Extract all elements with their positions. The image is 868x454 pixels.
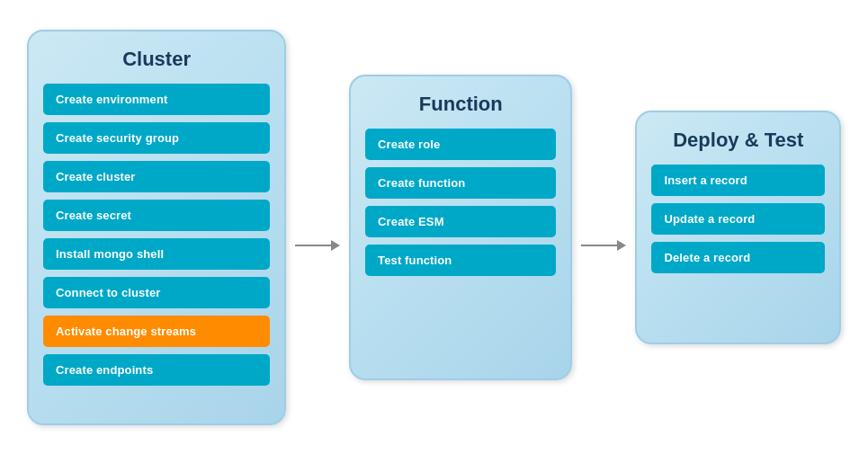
arrow-line-2 (581, 245, 617, 246)
function-panel: Function Create role Create function Cre… (349, 75, 572, 380)
btn-insert-record[interactable]: Insert a record (651, 165, 825, 196)
function-title: Function (419, 93, 503, 116)
btn-create-environment[interactable]: Create environment (43, 84, 270, 115)
btn-create-security-group[interactable]: Create security group (43, 122, 270, 154)
btn-create-function[interactable]: Create function (365, 167, 556, 199)
btn-test-function[interactable]: Test function (365, 245, 556, 276)
arrow-2 (581, 240, 626, 251)
cluster-title: Cluster (122, 48, 191, 71)
btn-create-role[interactable]: Create role (365, 129, 556, 160)
cluster-panel: Cluster Create environment Create securi… (27, 30, 286, 425)
btn-activate-change-streams[interactable]: Activate change streams (43, 316, 270, 347)
btn-connect-to-cluster[interactable]: Connect to cluster (43, 277, 270, 308)
deploy-btn-list: Insert a record Update a record Delete a… (651, 165, 825, 273)
diagram: Cluster Create environment Create securi… (0, 0, 868, 454)
btn-update-record[interactable]: Update a record (651, 203, 825, 235)
arrow-head-1 (331, 240, 340, 251)
arrow-1 (295, 240, 340, 251)
btn-create-cluster[interactable]: Create cluster (43, 161, 270, 192)
arrow-line-1 (295, 245, 331, 246)
btn-create-secret[interactable]: Create secret (43, 200, 270, 231)
deploy-title: Deploy & Test (673, 129, 803, 152)
arrow-function-to-deploy (572, 240, 635, 251)
cluster-btn-list: Create environment Create security group… (43, 84, 270, 386)
arrow-cluster-to-function (286, 240, 349, 251)
btn-delete-record[interactable]: Delete a record (651, 242, 825, 273)
btn-install-mongo-shell[interactable]: Install mongo shell (43, 238, 270, 270)
arrow-head-2 (617, 240, 626, 251)
btn-create-esm[interactable]: Create ESM (365, 206, 556, 237)
btn-create-endpoints[interactable]: Create endpoints (43, 354, 270, 386)
function-btn-list: Create role Create function Create ESM T… (365, 129, 556, 276)
deploy-panel: Deploy & Test Insert a record Update a r… (635, 111, 841, 344)
